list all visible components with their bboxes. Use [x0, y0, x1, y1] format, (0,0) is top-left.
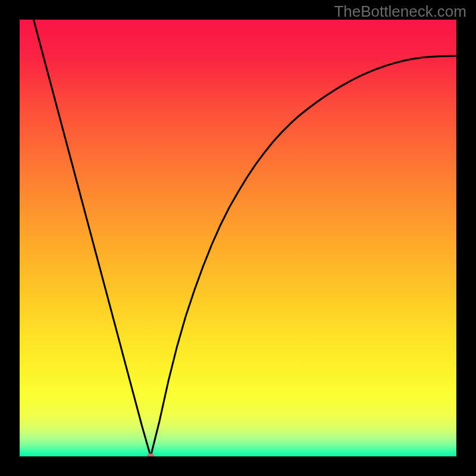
chart-svg	[20, 20, 456, 456]
watermark: TheBottleneck.com	[334, 2, 466, 21]
gradient-background	[20, 20, 456, 456]
plot-area	[20, 20, 456, 456]
chart-container: TheBottleneck.com	[0, 0, 476, 476]
